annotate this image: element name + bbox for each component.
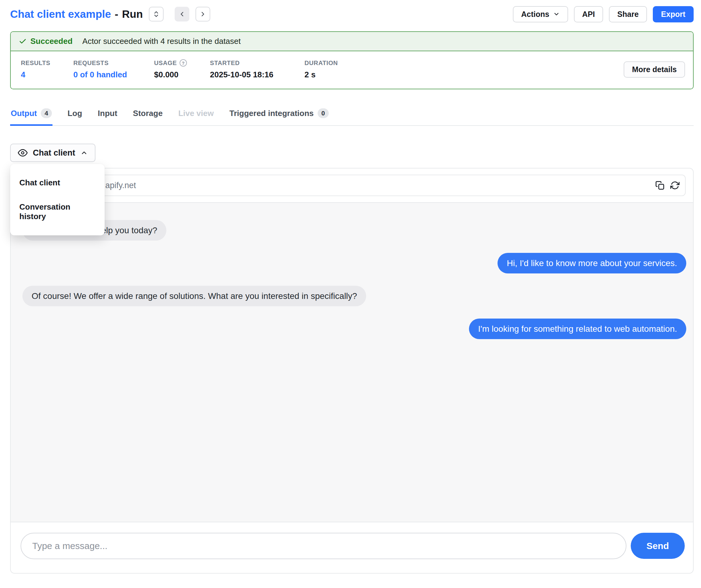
chat-message-assistant: Of course! We offer a wide range of solu… — [22, 286, 366, 306]
tab-input[interactable]: Input — [97, 105, 118, 126]
status-label: Succeeded — [30, 36, 72, 46]
tab-storage[interactable]: Storage — [132, 105, 163, 126]
stat-requests: REQUESTS 0 of 0 handled — [73, 59, 154, 79]
tab-log[interactable]: Log — [67, 105, 83, 126]
export-button[interactable]: Export — [653, 6, 694, 22]
stat-duration: DURATION 2 s — [304, 59, 338, 79]
status-banner: Succeeded Actor succeeded with 4 results… — [11, 32, 693, 51]
actor-title-link[interactable]: Chat client example — [10, 8, 111, 20]
tab-triggered-integrations-badge: 0 — [318, 108, 329, 118]
tab-log-label: Log — [67, 109, 82, 118]
info-icon[interactable]: ? — [180, 59, 187, 67]
view-toggle-label: Chat client — [33, 148, 75, 158]
run-selector-button[interactable] — [149, 7, 164, 21]
message-input[interactable] — [21, 533, 627, 559]
actions-button-label: Actions — [521, 10, 549, 19]
copy-icon — [655, 181, 665, 190]
chat-composer: Send — [11, 522, 693, 573]
menu-item-conversation-history[interactable]: Conversation history — [10, 195, 105, 229]
stat-requests-value[interactable]: 0 of 0 handled — [73, 70, 154, 79]
tab-output-label: Output — [11, 109, 37, 118]
stats-row: RESULTS 4 REQUESTS 0 of 0 handled USAGE … — [11, 51, 693, 89]
chat-message-user: I'm looking for something related to web… — [469, 319, 686, 339]
chevron-right-icon — [199, 10, 207, 18]
refresh-icon — [670, 181, 680, 190]
api-button[interactable]: API — [574, 6, 604, 22]
url-bar[interactable]: ns.apify.net — [18, 175, 686, 196]
run-status-card: Succeeded Actor succeeded with 4 results… — [10, 31, 694, 89]
stat-usage: USAGE ? $0.000 — [154, 59, 210, 79]
stat-requests-label: REQUESTS — [73, 59, 154, 67]
check-icon — [19, 37, 27, 45]
stat-usage-value: $0.000 — [154, 70, 210, 79]
chat-client-panel: ns.apify.net — [10, 168, 694, 574]
next-run-button[interactable] — [196, 7, 210, 21]
tab-live-view: Live view — [178, 105, 215, 126]
send-button-label: Send — [646, 541, 669, 551]
tab-triggered-integrations[interactable]: Triggered integrations 0 — [229, 105, 329, 126]
run-detail-page: Chat client example - Run — [0, 0, 701, 574]
page-title: Chat client example - Run — [10, 8, 143, 20]
url-row: ns.apify.net — [11, 169, 693, 202]
stat-started: STARTED 2025-10-05 18:16 — [210, 59, 304, 79]
view-toggle-button[interactable]: Chat client — [10, 143, 95, 162]
tab-input-label: Input — [98, 109, 118, 118]
tab-storage-label: Storage — [133, 109, 163, 118]
tab-triggered-integrations-label: Triggered integrations — [230, 109, 314, 118]
stat-results: RESULTS 4 — [21, 59, 73, 79]
stat-usage-label-text: USAGE — [154, 59, 177, 67]
stat-results-label: RESULTS — [21, 59, 73, 67]
title-run-label: Run — [122, 8, 143, 20]
status-badge: Succeeded — [19, 36, 72, 46]
export-button-label: Export — [661, 10, 685, 19]
chevron-up-icon — [80, 149, 88, 157]
chevrons-up-down-icon — [153, 10, 160, 18]
chat-message-list: Hello! How can I help you today? Hi, I'd… — [11, 202, 693, 522]
share-button[interactable]: Share — [609, 6, 647, 22]
send-button[interactable]: Send — [631, 533, 685, 559]
more-details-button[interactable]: More details — [624, 61, 685, 78]
api-button-label: API — [582, 10, 595, 19]
run-tabs: Output 4 Log Input Storage Live view Tri… — [10, 105, 694, 126]
title-separator: - — [115, 8, 119, 20]
chat-message-user: Hi, I'd like to know more about your ser… — [497, 253, 686, 273]
more-details-label: More details — [632, 65, 677, 74]
share-button-label: Share — [617, 10, 638, 19]
actions-button[interactable]: Actions — [513, 6, 568, 22]
refresh-url-button[interactable] — [670, 180, 680, 191]
stat-started-label: STARTED — [210, 59, 304, 67]
output-view-selector: Chat client Chat client Conversation his… — [10, 143, 694, 574]
stat-started-value: 2025-10-05 18:16 — [210, 70, 304, 79]
stat-results-value[interactable]: 4 — [21, 70, 73, 79]
eye-icon — [18, 148, 28, 158]
header: Chat client example - Run — [10, 4, 694, 24]
view-dropdown-menu: Chat client Conversation history — [10, 164, 105, 235]
status-message: Actor succeeded with 4 results in the da… — [82, 36, 241, 46]
stat-duration-label: DURATION — [304, 59, 338, 67]
previous-run-button[interactable] — [175, 7, 189, 21]
tab-output-badge: 4 — [41, 108, 52, 118]
chevron-left-icon — [178, 10, 186, 18]
stat-usage-label: USAGE ? — [154, 59, 210, 67]
tab-live-view-label: Live view — [178, 109, 214, 118]
chevron-down-icon — [553, 11, 560, 17]
menu-item-chat-client[interactable]: Chat client — [10, 171, 105, 195]
copy-url-button[interactable] — [655, 180, 665, 191]
tab-output[interactable]: Output 4 — [10, 105, 52, 126]
stat-duration-value: 2 s — [304, 70, 338, 79]
